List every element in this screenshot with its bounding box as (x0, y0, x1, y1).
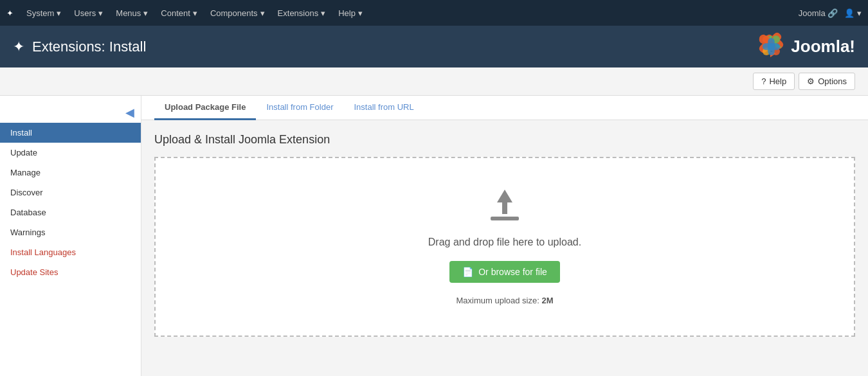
upload-icon (485, 188, 524, 224)
collapse-icon: ◀ (125, 105, 134, 120)
browse-label: Or browse for file (478, 267, 547, 277)
browse-button[interactable]: 📄 Or browse for file (449, 261, 560, 283)
nav-menu: System ▾ Users ▾ Menus ▾ Content ▾ Compo… (20, 0, 799, 26)
sidebar-label-discover: Discover (10, 188, 43, 197)
chevron-down-icon: ▾ (260, 8, 265, 18)
nav-label-content: Content (161, 8, 190, 18)
sidebar-item-database[interactable]: Database (0, 202, 141, 222)
nav-item-content[interactable]: Content ▾ (154, 0, 204, 26)
svg-marker-6 (497, 190, 512, 214)
external-link-icon: 🔗 (827, 8, 838, 18)
chevron-down-icon: ▾ (193, 8, 197, 18)
tab-folder-label: Install from Folder (266, 102, 333, 112)
nav-label-help: Help (338, 8, 356, 18)
page-header: ✦ Extensions: Install Joomla! (0, 26, 868, 67)
nav-label-extensions: Extensions (278, 8, 319, 18)
sidebar-item-manage[interactable]: Manage (0, 163, 141, 183)
tab-install-folder[interactable]: Install from Folder (256, 96, 343, 120)
svg-rect-7 (491, 217, 519, 220)
extensions-icon: ✦ (13, 39, 24, 55)
help-label: Help (769, 76, 786, 86)
nav-item-system[interactable]: System ▾ (20, 0, 68, 26)
question-icon: ? (761, 76, 766, 86)
sidebar: ◀ Install Update Manage Discover Databas… (0, 96, 141, 376)
joomla-logo: Joomla! (757, 32, 855, 61)
limit-value: 2M (541, 296, 553, 305)
user-account-icon[interactable]: 👤 ▾ (844, 8, 862, 18)
tab-bar: Upload Package File Install from Folder … (141, 96, 868, 120)
nav-label-menus: Menus (116, 8, 141, 18)
limit-label: Maximum upload size: (456, 296, 539, 305)
nav-item-help[interactable]: Help ▾ (332, 0, 369, 26)
nav-item-menus[interactable]: Menus ▾ (109, 0, 154, 26)
joomla-user-link[interactable]: Joomla 🔗 (799, 8, 838, 18)
toolbar: ? Help ⚙ Options (0, 67, 868, 96)
upload-section-title: Upload & Install Joomla Extension (154, 133, 855, 147)
sidebar-label-install-languages: Install Languages (10, 247, 76, 257)
sidebar-label-database: Database (10, 208, 46, 217)
sidebar-label-install: Install (10, 128, 32, 138)
chevron-down-icon: ▾ (57, 8, 61, 18)
chevron-down-icon: ▾ (358, 8, 363, 18)
tab-install-url[interactable]: Install from URL (343, 96, 424, 120)
tab-upload-package[interactable]: Upload Package File (154, 96, 256, 120)
drop-zone-text: Drag and drop file here to upload. (428, 237, 581, 248)
sidebar-item-update[interactable]: Update (0, 143, 141, 163)
joomla-logo-icon (757, 32, 786, 61)
svg-rect-5 (768, 38, 775, 55)
sidebar-label-update: Update (10, 148, 37, 157)
sidebar-label-warnings: Warnings (10, 228, 45, 237)
tab-url-label: Install from URL (354, 102, 413, 112)
chevron-down-icon: ▾ (98, 8, 103, 18)
drop-zone[interactable]: Drag and drop file here to upload. 📄 Or … (154, 157, 855, 337)
user-label: Joomla (799, 8, 826, 18)
sidebar-label-manage: Manage (10, 168, 41, 177)
sidebar-item-install[interactable]: Install (0, 123, 141, 143)
sidebar-item-discover[interactable]: Discover (0, 183, 141, 202)
chevron-down-icon: ▾ (321, 8, 325, 18)
sidebar-item-warnings[interactable]: Warnings (0, 222, 141, 242)
joomla-nav-icon: ✦ (6, 8, 14, 18)
navbar-right: Joomla 🔗 👤 ▾ (799, 8, 862, 18)
sidebar-item-install-languages[interactable]: Install Languages (0, 242, 141, 262)
help-button[interactable]: ? Help (753, 73, 795, 90)
nav-item-components[interactable]: Components ▾ (204, 0, 271, 26)
nav-label-users: Users (74, 8, 96, 18)
options-label: Options (818, 76, 847, 86)
joomla-text: Joomla! (791, 37, 855, 57)
nav-label-components: Components (210, 8, 258, 18)
sidebar-toggle[interactable]: ◀ (0, 102, 141, 123)
file-icon: 📄 (462, 267, 473, 277)
top-navbar: ✦ System ▾ Users ▾ Menus ▾ Content ▾ Com… (0, 0, 868, 26)
content-area: Upload Package File Install from Folder … (141, 96, 868, 376)
chevron-down-icon: ▾ (143, 8, 148, 18)
options-button[interactable]: ⚙ Options (799, 73, 855, 90)
sidebar-label-update-sites: Update Sites (10, 267, 58, 277)
tab-upload-label: Upload Package File (165, 102, 246, 112)
sidebar-item-update-sites[interactable]: Update Sites (0, 262, 141, 282)
nav-item-users[interactable]: Users ▾ (68, 0, 109, 26)
upload-limit-info: Maximum upload size: 2M (456, 296, 553, 305)
nav-label-system: System (26, 8, 54, 18)
main-layout: ◀ Install Update Manage Discover Databas… (0, 96, 868, 376)
gear-icon: ⚙ (807, 76, 815, 86)
nav-item-extensions[interactable]: Extensions ▾ (271, 0, 332, 26)
page-title: Extensions: Install (32, 39, 146, 55)
